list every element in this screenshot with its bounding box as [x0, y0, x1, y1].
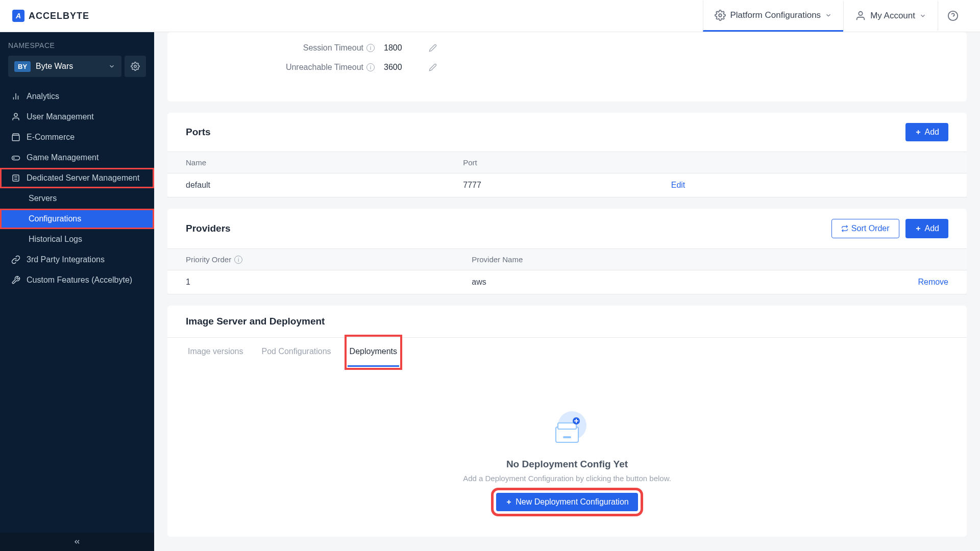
svg-rect-13 [13, 175, 19, 181]
namespace-label: NAMESPACE [8, 41, 146, 49]
sidebar-collapse-button[interactable] [0, 533, 154, 551]
user-icon [11, 112, 20, 121]
sidebar-item-dedicated-server-management[interactable]: Dedicated Server Management [0, 168, 154, 188]
table-header: Priority Order i Provider Name [167, 248, 967, 270]
chevron-double-left-icon [73, 538, 81, 546]
add-label: Add [925, 128, 939, 137]
label-text: Priority Order [186, 255, 231, 264]
edit-port-link[interactable]: Edit [671, 181, 685, 189]
sidebar-item-game-management[interactable]: Game Management [0, 147, 154, 168]
help-button[interactable] [938, 1, 968, 31]
header-right: Platform Configurations My Account [703, 1, 968, 31]
sidebar-item-label: Configurations [29, 214, 81, 223]
info-icon[interactable]: i [366, 44, 375, 52]
ports-table: Name Port default 7777 Edit [167, 152, 967, 197]
chevron-down-icon [919, 12, 926, 19]
session-timeout-value: 1800 [384, 43, 420, 53]
help-icon [947, 10, 959, 21]
logo[interactable]: A ACCELBYTE [12, 10, 89, 22]
namespace-section: NAMESPACE BY Byte Wars [0, 32, 154, 82]
col-priority: Priority Order i [186, 255, 472, 264]
providers-table: Priority Order i Provider Name 1 aws Rem… [167, 248, 967, 294]
add-provider-button[interactable]: Add [905, 219, 948, 238]
namespace-selector[interactable]: BY Byte Wars [8, 56, 121, 77]
unreachable-timeout-label: Unreachable Timeout i [186, 63, 375, 72]
sidebar-item-label: User Management [27, 112, 94, 121]
gamepad-icon [11, 153, 20, 162]
cell-provider: aws [472, 278, 853, 287]
info-icon[interactable]: i [366, 63, 375, 71]
deployment-empty-state: No Deployment Config Yet Add a Deploymen… [167, 367, 967, 537]
sidebar-item-ecommerce[interactable]: E-Commerce [0, 127, 154, 147]
pencil-icon[interactable] [429, 63, 437, 71]
deployment-card: Image Server and Deployment Image versio… [167, 306, 967, 537]
sidebar-item-label: Analytics [27, 92, 59, 101]
deployment-tabs: Image versions Pod Configurations Deploy… [167, 337, 967, 367]
info-icon[interactable]: i [234, 256, 242, 264]
svg-rect-9 [12, 135, 19, 141]
swap-icon [841, 225, 848, 232]
empty-title: No Deployment Config Yet [506, 459, 628, 470]
label-text: Unreachable Timeout [286, 63, 363, 72]
cell-port: 7777 [463, 181, 671, 190]
timeout-card: Session Timeout i 1800 Unreachable Timeo… [167, 32, 967, 102]
gear-icon [715, 10, 726, 21]
new-deployment-button[interactable]: New Deployment Configuration [496, 493, 638, 511]
sidebar-sub-historical-logs[interactable]: Historical Logs [0, 229, 154, 249]
wrench-icon [11, 276, 20, 285]
svg-point-8 [14, 113, 17, 116]
user-icon [855, 10, 866, 21]
providers-title: Providers [186, 223, 231, 234]
remove-provider-link[interactable]: Remove [918, 278, 948, 286]
session-timeout-row: Session Timeout i 1800 [186, 38, 948, 58]
sidebar-item-analytics[interactable]: Analytics [0, 86, 154, 107]
ports-header: Ports Add [167, 113, 967, 152]
chevron-down-icon [108, 63, 115, 70]
namespace-badge: BY [14, 61, 31, 72]
sidebar: NAMESPACE BY Byte Wars Analytics User Ma… [0, 32, 154, 551]
logo-text: ACCELBYTE [29, 11, 89, 21]
tab-pod-configurations[interactable]: Pod Configurations [260, 338, 333, 367]
sort-label: Sort Order [851, 224, 890, 233]
logo-icon: A [12, 10, 24, 22]
new-deployment-label: New Deployment Configuration [516, 497, 628, 507]
sidebar-item-label: Servers [29, 194, 57, 203]
chevron-down-icon [825, 12, 832, 19]
tab-image-versions[interactable]: Image versions [186, 338, 246, 367]
sidebar-item-user-management[interactable]: User Management [0, 107, 154, 127]
sidebar-item-3rd-party-integrations[interactable]: 3rd Party Integrations [0, 249, 154, 270]
providers-card: Providers Sort Order Add Priority Order … [167, 209, 967, 294]
pencil-icon[interactable] [429, 44, 437, 52]
empty-illustration [547, 408, 587, 448]
unreachable-timeout-row: Unreachable Timeout i 3600 [186, 58, 948, 77]
unreachable-timeout-value: 3600 [384, 63, 420, 72]
my-account-menu[interactable]: My Account [843, 1, 938, 31]
sidebar-item-label: Dedicated Server Management [27, 173, 139, 183]
svg-point-1 [859, 12, 862, 15]
main-content: Session Timeout i 1800 Unreachable Timeo… [154, 32, 980, 551]
cell-name: default [186, 181, 463, 190]
svg-point-0 [719, 14, 722, 17]
sidebar-item-custom-features[interactable]: Custom Features (Accelbyte) [0, 270, 154, 290]
providers-header: Providers Sort Order Add [167, 209, 967, 248]
sidebar-item-label: Historical Logs [29, 235, 82, 244]
add-label: Add [925, 224, 939, 233]
deployment-header: Image Server and Deployment [167, 306, 967, 337]
platform-configurations-menu[interactable]: Platform Configurations [703, 1, 843, 32]
providers-actions: Sort Order Add [831, 219, 948, 238]
namespace-name: Byte Wars [36, 62, 108, 71]
namespace-settings-button[interactable] [125, 56, 146, 77]
gear-icon [131, 62, 140, 71]
sidebar-sub-configurations[interactable]: Configurations [0, 209, 154, 229]
sidebar-sub-servers[interactable]: Servers [0, 188, 154, 209]
sort-order-button[interactable]: Sort Order [831, 219, 899, 238]
session-timeout-label: Session Timeout i [186, 43, 375, 53]
tab-deployments[interactable]: Deployments [348, 338, 399, 367]
folder-plus-icon [547, 408, 587, 448]
ports-card: Ports Add Name Port default 7777 Edit [167, 113, 967, 197]
analytics-icon [11, 92, 20, 101]
sidebar-nav: Analytics User Management E-Commerce Gam… [0, 82, 154, 533]
deployment-title: Image Server and Deployment [186, 316, 325, 327]
add-port-button[interactable]: Add [905, 123, 948, 141]
top-header: A ACCELBYTE Platform Configurations My A… [0, 0, 980, 32]
